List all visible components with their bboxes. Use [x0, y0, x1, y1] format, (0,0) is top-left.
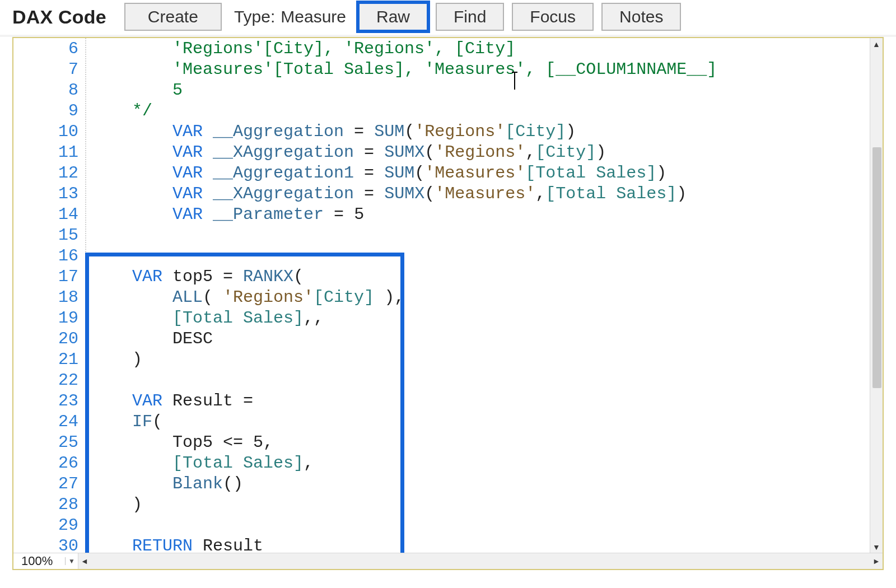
- zoom-selector[interactable]: 100% ▼: [13, 553, 78, 569]
- horizontal-scrollbar[interactable]: ◄ ►: [78, 553, 883, 569]
- app-title: DAX Code: [12, 6, 106, 28]
- focus-button[interactable]: Focus: [512, 3, 594, 31]
- editor-bottombar: 100% ▼ ◄ ►: [13, 553, 883, 569]
- toolbar: DAX Code Create Type: Measure Raw Find F…: [0, 0, 896, 37]
- type-label: Type:: [234, 7, 275, 26]
- create-button[interactable]: Create: [124, 3, 222, 31]
- zoom-value: 100%: [21, 554, 53, 568]
- find-button[interactable]: Find: [436, 3, 504, 31]
- type-readout: Type: Measure: [230, 7, 351, 26]
- dropdown-arrow-icon[interactable]: ▼: [65, 557, 78, 565]
- notes-button[interactable]: Notes: [601, 3, 681, 31]
- line-gutter: 6 7 8 9 10 11 12 13 14 15 16 17 18 19 20…: [13, 38, 86, 553]
- scroll-down-arrow-icon[interactable]: ▼: [870, 541, 883, 553]
- code-editor[interactable]: 6 7 8 9 10 11 12 13 14 15 16 17 18 19 20…: [12, 37, 884, 570]
- vertical-scrollbar[interactable]: ▲ ▼: [870, 38, 883, 553]
- scroll-left-arrow-icon[interactable]: ◄: [78, 553, 91, 569]
- scroll-up-arrow-icon[interactable]: ▲: [870, 38, 883, 50]
- vertical-scroll-thumb[interactable]: [872, 147, 881, 388]
- type-value: Measure: [281, 7, 346, 26]
- code-area[interactable]: 'Regions'[City], 'Regions', [City] 'Meas…: [86, 38, 717, 553]
- scroll-right-arrow-icon[interactable]: ►: [870, 553, 883, 569]
- raw-button[interactable]: Raw: [358, 3, 428, 31]
